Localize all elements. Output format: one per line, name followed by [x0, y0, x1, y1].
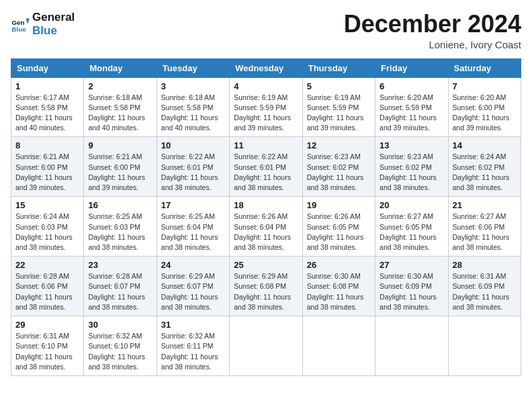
- col-header-sunday: Sunday: [11, 58, 84, 77]
- logo-icon: Gen Blue: [11, 15, 30, 34]
- calendar-cell: 24Sunrise: 6:29 AMSunset: 6:07 PMDayligh…: [157, 257, 229, 316]
- calendar-cell: 11Sunrise: 6:22 AMSunset: 6:01 PMDayligh…: [230, 137, 302, 197]
- day-number: 12: [307, 140, 371, 150]
- calendar-cell: 14Sunrise: 6:24 AMSunset: 6:02 PMDayligh…: [448, 137, 521, 197]
- calendar-body: 1Sunrise: 6:17 AMSunset: 5:58 PMDaylight…: [11, 77, 521, 375]
- calendar-cell: 5Sunrise: 6:19 AMSunset: 5:59 PMDaylight…: [302, 77, 375, 137]
- day-number: 1: [15, 81, 79, 91]
- day-detail: Sunrise: 6:21 AMSunset: 6:00 PMDaylight:…: [15, 152, 79, 193]
- calendar-cell: 31Sunrise: 6:32 AMSunset: 6:11 PMDayligh…: [157, 316, 229, 376]
- day-detail: Sunrise: 6:32 AMSunset: 6:10 PMDaylight:…: [88, 331, 152, 372]
- calendar-cell: 9Sunrise: 6:21 AMSunset: 6:00 PMDaylight…: [84, 137, 157, 197]
- day-number: 11: [234, 140, 298, 150]
- day-detail: Sunrise: 6:22 AMSunset: 6:01 PMDaylight:…: [161, 152, 225, 193]
- day-number: 9: [88, 140, 152, 150]
- day-number: 16: [88, 200, 152, 210]
- day-number: 10: [161, 140, 225, 150]
- day-detail: Sunrise: 6:19 AMSunset: 5:59 PMDaylight:…: [234, 93, 298, 134]
- calendar-cell: 12Sunrise: 6:23 AMSunset: 6:02 PMDayligh…: [302, 137, 375, 197]
- calendar-cell: 6Sunrise: 6:20 AMSunset: 5:59 PMDaylight…: [375, 77, 448, 137]
- calendar-week-row: 22Sunrise: 6:28 AMSunset: 6:06 PMDayligh…: [11, 257, 521, 316]
- day-number: 20: [380, 200, 443, 210]
- day-detail: Sunrise: 6:17 AMSunset: 5:58 PMDaylight:…: [15, 93, 79, 134]
- day-detail: Sunrise: 6:28 AMSunset: 6:06 PMDaylight:…: [15, 271, 79, 312]
- day-number: 30: [88, 320, 152, 330]
- day-number: 28: [453, 260, 517, 270]
- day-number: 18: [234, 200, 298, 210]
- day-detail: Sunrise: 6:30 AMSunset: 6:08 PMDaylight:…: [307, 271, 371, 312]
- day-detail: Sunrise: 6:21 AMSunset: 6:00 PMDaylight:…: [88, 152, 152, 193]
- day-detail: Sunrise: 6:32 AMSunset: 6:11 PMDaylight:…: [161, 331, 225, 372]
- calendar-cell: 17Sunrise: 6:25 AMSunset: 6:04 PMDayligh…: [157, 197, 229, 257]
- day-detail: Sunrise: 6:25 AMSunset: 6:03 PMDaylight:…: [88, 212, 152, 253]
- calendar-cell: 2Sunrise: 6:18 AMSunset: 5:58 PMDaylight…: [84, 77, 157, 137]
- day-detail: Sunrise: 6:31 AMSunset: 6:10 PMDaylight:…: [15, 331, 79, 372]
- calendar-cell: [448, 316, 521, 376]
- day-number: 6: [380, 81, 443, 91]
- day-detail: Sunrise: 6:26 AMSunset: 6:04 PMDaylight:…: [234, 212, 298, 253]
- day-number: 8: [15, 140, 79, 150]
- day-detail: Sunrise: 6:22 AMSunset: 6:01 PMDaylight:…: [234, 152, 298, 193]
- day-number: 13: [380, 140, 443, 150]
- day-detail: Sunrise: 6:24 AMSunset: 6:03 PMDaylight:…: [15, 212, 79, 253]
- day-detail: Sunrise: 6:29 AMSunset: 6:07 PMDaylight:…: [161, 271, 225, 312]
- calendar-cell: 21Sunrise: 6:27 AMSunset: 6:06 PMDayligh…: [448, 197, 521, 257]
- calendar-week-row: 8Sunrise: 6:21 AMSunset: 6:00 PMDaylight…: [11, 137, 521, 197]
- day-number: 27: [380, 260, 443, 270]
- day-detail: Sunrise: 6:23 AMSunset: 6:02 PMDaylight:…: [307, 152, 371, 193]
- calendar-week-row: 1Sunrise: 6:17 AMSunset: 5:58 PMDaylight…: [11, 77, 521, 137]
- col-header-monday: Monday: [84, 58, 157, 77]
- calendar-cell: 18Sunrise: 6:26 AMSunset: 6:04 PMDayligh…: [230, 197, 302, 257]
- day-number: 31: [161, 320, 225, 330]
- calendar-cell: 16Sunrise: 6:25 AMSunset: 6:03 PMDayligh…: [84, 197, 157, 257]
- day-number: 3: [161, 81, 225, 91]
- calendar-cell: 22Sunrise: 6:28 AMSunset: 6:06 PMDayligh…: [11, 257, 84, 316]
- day-detail: Sunrise: 6:18 AMSunset: 5:58 PMDaylight:…: [161, 93, 225, 134]
- day-detail: Sunrise: 6:27 AMSunset: 6:06 PMDaylight:…: [453, 212, 517, 253]
- calendar-cell: [230, 316, 302, 376]
- calendar-table: SundayMondayTuesdayWednesdayThursdayFrid…: [11, 58, 521, 376]
- calendar-cell: 20Sunrise: 6:27 AMSunset: 6:05 PMDayligh…: [375, 197, 448, 257]
- calendar-cell: [375, 316, 448, 376]
- calendar-cell: 10Sunrise: 6:22 AMSunset: 6:01 PMDayligh…: [157, 137, 229, 197]
- day-detail: Sunrise: 6:23 AMSunset: 6:02 PMDaylight:…: [380, 152, 443, 193]
- day-detail: Sunrise: 6:29 AMSunset: 6:08 PMDaylight:…: [234, 271, 298, 312]
- calendar-cell: 8Sunrise: 6:21 AMSunset: 6:00 PMDaylight…: [11, 137, 84, 197]
- day-detail: Sunrise: 6:24 AMSunset: 6:02 PMDaylight:…: [453, 152, 517, 193]
- day-detail: Sunrise: 6:30 AMSunset: 6:09 PMDaylight:…: [380, 271, 443, 312]
- logo: Gen Blue General Blue: [11, 11, 75, 37]
- month-title: December 2024: [344, 11, 521, 38]
- page-header: Gen Blue General Blue December 2024 Loni…: [11, 11, 521, 50]
- col-header-tuesday: Tuesday: [157, 58, 229, 77]
- day-number: 22: [15, 260, 79, 270]
- calendar-cell: 29Sunrise: 6:31 AMSunset: 6:10 PMDayligh…: [11, 316, 84, 376]
- day-number: 23: [88, 260, 152, 270]
- day-number: 17: [161, 200, 225, 210]
- calendar-header-row: SundayMondayTuesdayWednesdayThursdayFrid…: [11, 58, 521, 77]
- day-detail: Sunrise: 6:19 AMSunset: 5:59 PMDaylight:…: [307, 93, 371, 134]
- day-number: 26: [307, 260, 371, 270]
- day-number: 15: [15, 200, 79, 210]
- calendar-cell: 3Sunrise: 6:18 AMSunset: 5:58 PMDaylight…: [157, 77, 229, 137]
- svg-text:Blue: Blue: [11, 26, 26, 33]
- day-number: 2: [88, 81, 152, 91]
- day-detail: Sunrise: 6:20 AMSunset: 5:59 PMDaylight:…: [380, 93, 443, 134]
- day-detail: Sunrise: 6:28 AMSunset: 6:07 PMDaylight:…: [88, 271, 152, 312]
- day-number: 5: [307, 81, 371, 91]
- day-detail: Sunrise: 6:27 AMSunset: 6:05 PMDaylight:…: [380, 212, 443, 253]
- day-number: 21: [453, 200, 517, 210]
- calendar-cell: 4Sunrise: 6:19 AMSunset: 5:59 PMDaylight…: [230, 77, 302, 137]
- svg-marker-2: [26, 18, 30, 24]
- day-detail: Sunrise: 6:25 AMSunset: 6:04 PMDaylight:…: [161, 212, 225, 253]
- calendar-week-row: 15Sunrise: 6:24 AMSunset: 6:03 PMDayligh…: [11, 197, 521, 257]
- calendar-cell: 27Sunrise: 6:30 AMSunset: 6:09 PMDayligh…: [375, 257, 448, 316]
- calendar-cell: [302, 316, 375, 376]
- location: Loniene, Ivory Coast: [344, 39, 521, 50]
- calendar-cell: 23Sunrise: 6:28 AMSunset: 6:07 PMDayligh…: [84, 257, 157, 316]
- calendar-cell: 13Sunrise: 6:23 AMSunset: 6:02 PMDayligh…: [375, 137, 448, 197]
- col-header-saturday: Saturday: [448, 58, 521, 77]
- day-number: 7: [453, 81, 517, 91]
- day-number: 25: [234, 260, 298, 270]
- day-detail: Sunrise: 6:18 AMSunset: 5:58 PMDaylight:…: [88, 93, 152, 134]
- calendar-cell: 30Sunrise: 6:32 AMSunset: 6:10 PMDayligh…: [84, 316, 157, 376]
